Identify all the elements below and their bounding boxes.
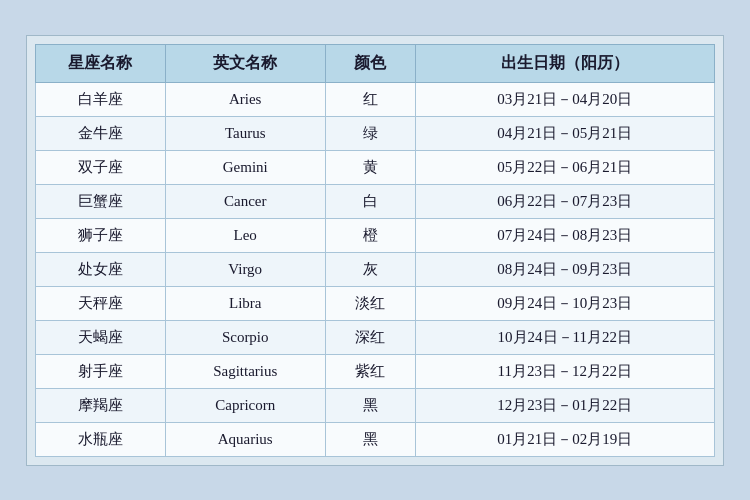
cell-cn: 处女座 xyxy=(36,252,166,286)
cell-date: 03月21日－04月20日 xyxy=(415,82,714,116)
header-date: 出生日期（阳历） xyxy=(415,44,714,82)
cell-cn: 金牛座 xyxy=(36,116,166,150)
cell-color: 淡红 xyxy=(325,286,415,320)
cell-cn: 水瓶座 xyxy=(36,422,166,456)
table-row: 白羊座Aries红03月21日－04月20日 xyxy=(36,82,715,116)
cell-cn: 双子座 xyxy=(36,150,166,184)
cell-date: 06月22日－07月23日 xyxy=(415,184,714,218)
cell-color: 橙 xyxy=(325,218,415,252)
cell-color: 深红 xyxy=(325,320,415,354)
cell-cn: 巨蟹座 xyxy=(36,184,166,218)
table-row: 狮子座Leo橙07月24日－08月23日 xyxy=(36,218,715,252)
cell-en: Capricorn xyxy=(165,388,325,422)
cell-color: 白 xyxy=(325,184,415,218)
cell-date: 05月22日－06月21日 xyxy=(415,150,714,184)
cell-cn: 狮子座 xyxy=(36,218,166,252)
cell-color: 紫红 xyxy=(325,354,415,388)
cell-color: 黑 xyxy=(325,422,415,456)
cell-date: 01月21日－02月19日 xyxy=(415,422,714,456)
cell-en: Virgo xyxy=(165,252,325,286)
zodiac-table: 星座名称 英文名称 颜色 出生日期（阳历） 白羊座Aries红03月21日－04… xyxy=(35,44,715,457)
cell-en: Taurus xyxy=(165,116,325,150)
cell-date: 09月24日－10月23日 xyxy=(415,286,714,320)
cell-date: 12月23日－01月22日 xyxy=(415,388,714,422)
cell-date: 08月24日－09月23日 xyxy=(415,252,714,286)
cell-en: Cancer xyxy=(165,184,325,218)
table-row: 水瓶座Aquarius黑01月21日－02月19日 xyxy=(36,422,715,456)
cell-color: 黑 xyxy=(325,388,415,422)
cell-en: Aries xyxy=(165,82,325,116)
cell-cn: 白羊座 xyxy=(36,82,166,116)
cell-date: 10月24日－11月22日 xyxy=(415,320,714,354)
cell-date: 11月23日－12月22日 xyxy=(415,354,714,388)
cell-color: 灰 xyxy=(325,252,415,286)
cell-en: Sagittarius xyxy=(165,354,325,388)
cell-date: 04月21日－05月21日 xyxy=(415,116,714,150)
cell-en: Gemini xyxy=(165,150,325,184)
cell-en: Leo xyxy=(165,218,325,252)
table-container: 星座名称 英文名称 颜色 出生日期（阳历） 白羊座Aries红03月21日－04… xyxy=(26,35,724,466)
table-row: 处女座Virgo灰08月24日－09月23日 xyxy=(36,252,715,286)
table-row: 摩羯座Capricorn黑12月23日－01月22日 xyxy=(36,388,715,422)
header-cn: 星座名称 xyxy=(36,44,166,82)
cell-color: 红 xyxy=(325,82,415,116)
table-row: 金牛座Taurus绿04月21日－05月21日 xyxy=(36,116,715,150)
table-header-row: 星座名称 英文名称 颜色 出生日期（阳历） xyxy=(36,44,715,82)
cell-cn: 天蝎座 xyxy=(36,320,166,354)
header-color: 颜色 xyxy=(325,44,415,82)
cell-cn: 摩羯座 xyxy=(36,388,166,422)
cell-cn: 天秤座 xyxy=(36,286,166,320)
table-row: 射手座Sagittarius紫红11月23日－12月22日 xyxy=(36,354,715,388)
cell-cn: 射手座 xyxy=(36,354,166,388)
table-row: 双子座Gemini黄05月22日－06月21日 xyxy=(36,150,715,184)
cell-en: Libra xyxy=(165,286,325,320)
header-en: 英文名称 xyxy=(165,44,325,82)
cell-en: Scorpio xyxy=(165,320,325,354)
table-row: 巨蟹座Cancer白06月22日－07月23日 xyxy=(36,184,715,218)
cell-en: Aquarius xyxy=(165,422,325,456)
cell-color: 黄 xyxy=(325,150,415,184)
table-row: 天秤座Libra淡红09月24日－10月23日 xyxy=(36,286,715,320)
cell-color: 绿 xyxy=(325,116,415,150)
cell-date: 07月24日－08月23日 xyxy=(415,218,714,252)
table-row: 天蝎座Scorpio深红10月24日－11月22日 xyxy=(36,320,715,354)
